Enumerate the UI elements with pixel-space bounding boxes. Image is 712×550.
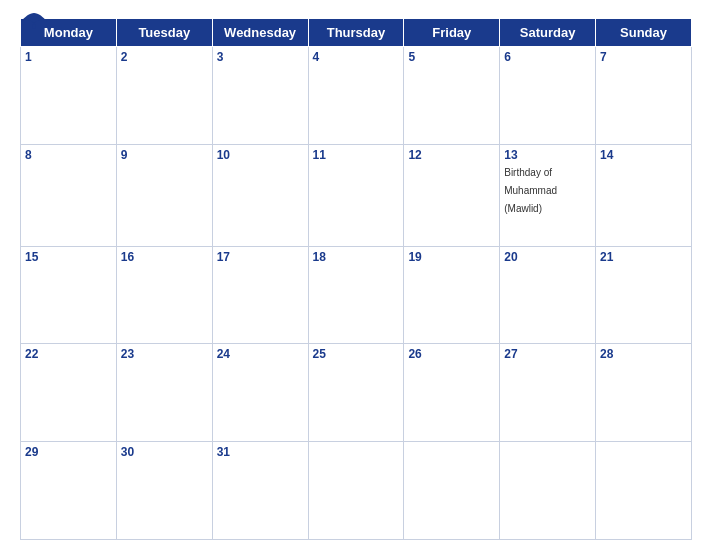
calendar-cell: 1 [21, 47, 117, 145]
day-header-tuesday: Tuesday [116, 19, 212, 47]
day-header-sunday: Sunday [596, 19, 692, 47]
calendar-cell [308, 442, 404, 540]
calendar-cell: 18 [308, 246, 404, 344]
day-number: 7 [600, 50, 687, 64]
day-header-friday: Friday [404, 19, 500, 47]
day-number: 8 [25, 148, 112, 162]
calendar-header [20, 10, 692, 14]
day-number: 27 [504, 347, 591, 361]
day-number: 2 [121, 50, 208, 64]
day-number: 20 [504, 250, 591, 264]
calendar-table: MondayTuesdayWednesdayThursdayFridaySatu… [20, 18, 692, 540]
logo-bird-icon [20, 10, 48, 30]
day-number: 19 [408, 250, 495, 264]
day-number: 25 [313, 347, 400, 361]
week-row-3: 15161718192021 [21, 246, 692, 344]
calendar-cell: 15 [21, 246, 117, 344]
calendar-cell: 16 [116, 246, 212, 344]
calendar-cell: 22 [21, 344, 117, 442]
generalblue-logo [20, 10, 48, 30]
week-row-1: 1234567 [21, 47, 692, 145]
calendar-cell: 6 [500, 47, 596, 145]
day-number: 6 [504, 50, 591, 64]
calendar-cell: 10 [212, 144, 308, 246]
day-number: 3 [217, 50, 304, 64]
day-number: 30 [121, 445, 208, 459]
day-number: 28 [600, 347, 687, 361]
day-number: 9 [121, 148, 208, 162]
calendar-cell: 20 [500, 246, 596, 344]
day-number: 31 [217, 445, 304, 459]
day-number: 29 [25, 445, 112, 459]
day-number: 13 [504, 148, 591, 162]
calendar-cell [596, 442, 692, 540]
calendar-cell: 23 [116, 344, 212, 442]
calendar-cell: 17 [212, 246, 308, 344]
calendar-cell: 14 [596, 144, 692, 246]
day-number: 21 [600, 250, 687, 264]
week-row-2: 8910111213Birthday of Muhammad (Mawlid)1… [21, 144, 692, 246]
calendar-cell: 26 [404, 344, 500, 442]
day-number: 22 [25, 347, 112, 361]
calendar-cell: 19 [404, 246, 500, 344]
day-number: 1 [25, 50, 112, 64]
day-number: 16 [121, 250, 208, 264]
calendar-cell: 11 [308, 144, 404, 246]
day-headers-row: MondayTuesdayWednesdayThursdayFridaySatu… [21, 19, 692, 47]
calendar-cell: 7 [596, 47, 692, 145]
day-number: 5 [408, 50, 495, 64]
day-number: 26 [408, 347, 495, 361]
day-header-thursday: Thursday [308, 19, 404, 47]
day-number: 18 [313, 250, 400, 264]
calendar-cell: 27 [500, 344, 596, 442]
day-header-saturday: Saturday [500, 19, 596, 47]
calendar-cell [404, 442, 500, 540]
week-row-4: 22232425262728 [21, 344, 692, 442]
event-label: Birthday of Muhammad (Mawlid) [504, 167, 557, 214]
calendar-cell: 2 [116, 47, 212, 145]
calendar-cell: 21 [596, 246, 692, 344]
day-number: 12 [408, 148, 495, 162]
calendar-cell: 12 [404, 144, 500, 246]
day-number: 4 [313, 50, 400, 64]
calendar-cell: 28 [596, 344, 692, 442]
day-number: 23 [121, 347, 208, 361]
calendar-cell: 3 [212, 47, 308, 145]
day-number: 24 [217, 347, 304, 361]
day-number: 10 [217, 148, 304, 162]
day-number: 15 [25, 250, 112, 264]
day-number: 17 [217, 250, 304, 264]
day-number: 11 [313, 148, 400, 162]
calendar-cell: 9 [116, 144, 212, 246]
calendar-cell: 13Birthday of Muhammad (Mawlid) [500, 144, 596, 246]
day-number: 14 [600, 148, 687, 162]
calendar-cell: 30 [116, 442, 212, 540]
calendar-cell: 5 [404, 47, 500, 145]
calendar-cell: 31 [212, 442, 308, 540]
calendar-cell: 25 [308, 344, 404, 442]
week-row-5: 293031 [21, 442, 692, 540]
calendar-cell [500, 442, 596, 540]
calendar-cell: 24 [212, 344, 308, 442]
calendar-cell: 4 [308, 47, 404, 145]
calendar-cell: 29 [21, 442, 117, 540]
calendar-cell: 8 [21, 144, 117, 246]
day-header-wednesday: Wednesday [212, 19, 308, 47]
